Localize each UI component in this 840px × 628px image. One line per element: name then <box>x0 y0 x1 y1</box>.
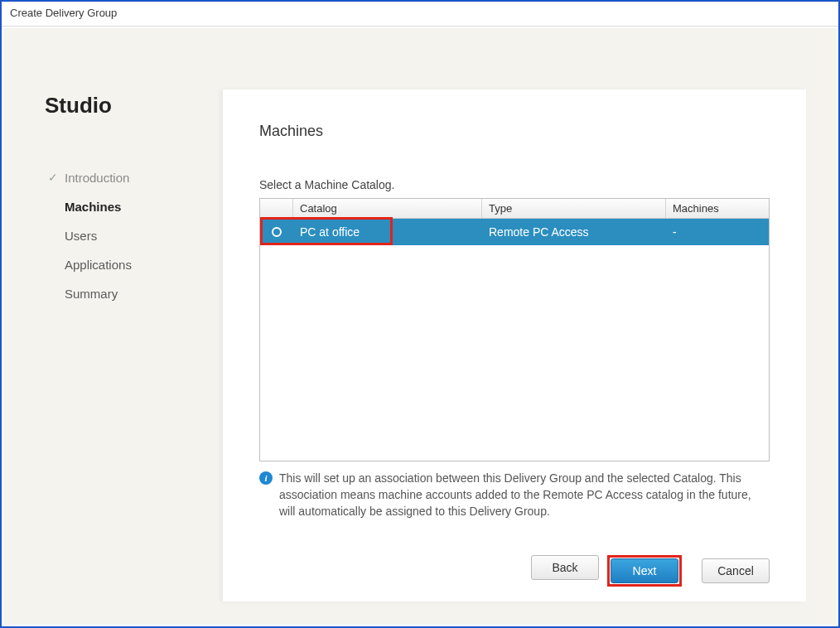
step-users[interactable]: Users <box>45 221 223 250</box>
next-wrap: Next <box>607 555 682 587</box>
row-catalog-name: PC at office <box>293 225 482 239</box>
grid-header: Catalog Type Machines <box>260 199 769 219</box>
step-list: Introduction Machines Users Applications… <box>45 163 223 308</box>
back-button[interactable]: Back <box>531 555 599 580</box>
col-type[interactable]: Type <box>482 199 666 218</box>
row-radio[interactable] <box>260 227 293 237</box>
info-icon: i <box>259 471 273 485</box>
button-bar: Back Next Cancel <box>531 555 770 587</box>
catalog-grid: Catalog Type Machines PC at office Remot… <box>259 198 770 461</box>
step-machines[interactable]: Machines <box>45 192 223 221</box>
row-type: Remote PC Access <box>482 225 666 239</box>
info-text: This will set up an association between … <box>279 470 770 519</box>
panel-subtitle: Select a Machine Catalog. <box>259 178 770 191</box>
radio-icon <box>272 227 282 237</box>
brand-label: Studio <box>45 93 223 118</box>
step-summary[interactable]: Summary <box>45 279 223 308</box>
sidebar: Studio Introduction Machines Users Appli… <box>3 28 223 625</box>
col-radio <box>260 199 293 218</box>
row-machines: - <box>666 225 769 239</box>
step-introduction[interactable]: Introduction <box>45 163 223 192</box>
catalog-row[interactable]: PC at office Remote PC Access - <box>260 219 769 245</box>
wizard-body: Studio Introduction Machines Users Appli… <box>3 28 837 625</box>
info-row: i This will set up an association betwee… <box>259 470 770 519</box>
panel-inner: Machines Select a Machine Catalog. Catal… <box>223 89 806 601</box>
nav-button-pair: Back Next <box>531 555 682 587</box>
next-button[interactable]: Next <box>611 558 678 583</box>
panel-title: Machines <box>259 123 770 140</box>
wizard-window: Create Delivery Group Studio Introductio… <box>0 0 840 628</box>
main-panel: Machines Select a Machine Catalog. Catal… <box>223 89 806 601</box>
cancel-button[interactable]: Cancel <box>702 558 770 583</box>
col-machines[interactable]: Machines <box>666 199 769 218</box>
window-title: Create Delivery Group <box>2 2 838 27</box>
step-applications[interactable]: Applications <box>45 250 223 279</box>
col-catalog[interactable]: Catalog <box>293 199 482 218</box>
